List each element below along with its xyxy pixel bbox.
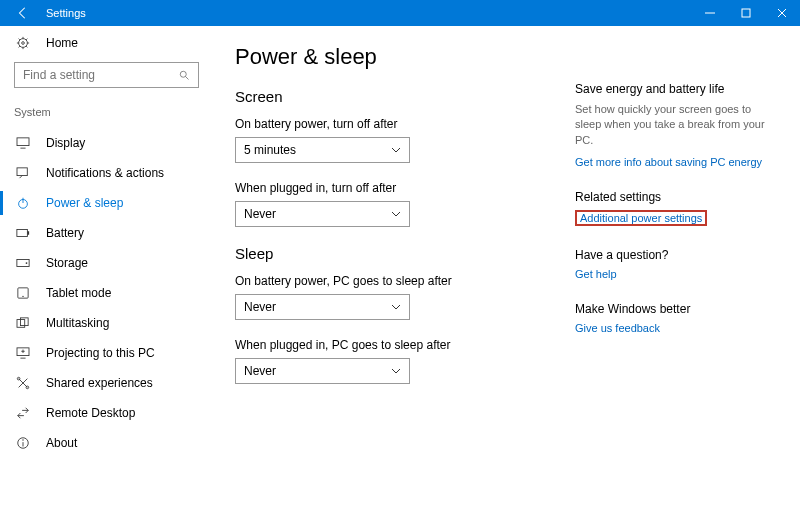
svg-point-5 [22, 42, 25, 45]
gear-icon [14, 36, 32, 50]
sidebar-item-storage[interactable]: Storage [0, 248, 191, 278]
dropdown-value: Never [244, 300, 276, 314]
screen-heading: Screen [235, 88, 575, 105]
svg-point-4 [19, 39, 28, 48]
projecting-icon [14, 347, 32, 359]
settings-area: Power & sleep Screen On battery power, t… [235, 44, 575, 502]
related-heading: Related settings [575, 190, 770, 204]
chevron-down-icon [391, 304, 401, 310]
power-icon [14, 196, 32, 210]
sidebar-item-label: Tablet mode [46, 286, 111, 300]
highlight-box: Additional power settings [575, 210, 707, 226]
svg-point-18 [22, 296, 23, 297]
svg-rect-13 [17, 230, 28, 237]
sidebar-item-label: Multitasking [46, 316, 109, 330]
svg-rect-1 [742, 9, 750, 17]
screen-battery-label: On battery power, turn off after [235, 117, 575, 131]
feedback-link[interactable]: Give us feedback [575, 322, 770, 334]
about-icon [14, 436, 32, 450]
sidebar-item-projecting[interactable]: Projecting to this PC [0, 338, 191, 368]
sidebar-item-label: Notifications & actions [46, 166, 164, 180]
window-controls [692, 0, 800, 26]
sleep-battery-label: On battery power, PC goes to sleep after [235, 274, 575, 288]
search-input[interactable] [23, 68, 178, 82]
sidebar: Home System Display Notifications & acti… [0, 26, 205, 512]
dropdown-value: Never [244, 207, 276, 221]
shared-icon [14, 376, 32, 390]
sidebar-item-label: Power & sleep [46, 196, 123, 210]
sleep-plugged-label: When plugged in, PC goes to sleep after [235, 338, 575, 352]
window-title: Settings [40, 7, 692, 19]
sidebar-item-tablet-mode[interactable]: Tablet mode [0, 278, 191, 308]
sidebar-item-about[interactable]: About [0, 428, 191, 458]
dropdown-value: Never [244, 364, 276, 378]
sleep-heading: Sleep [235, 245, 575, 262]
energy-heading: Save energy and battery life [575, 82, 770, 96]
screen-battery-dropdown[interactable]: 5 minutes [235, 137, 410, 163]
svg-rect-19 [17, 320, 25, 328]
question-heading: Have a question? [575, 248, 770, 262]
maximize-button[interactable] [728, 0, 764, 26]
svg-rect-14 [27, 231, 29, 235]
additional-power-settings-link[interactable]: Additional power settings [580, 212, 702, 224]
svg-point-26 [22, 439, 23, 440]
energy-link[interactable]: Get more info about saving PC energy [575, 156, 770, 168]
sidebar-item-power-sleep[interactable]: Power & sleep [0, 188, 191, 218]
sidebar-item-label: Remote Desktop [46, 406, 135, 420]
section-label: System [14, 106, 191, 118]
sleep-plugged-dropdown[interactable]: Never [235, 358, 410, 384]
sidebar-item-remote-desktop[interactable]: Remote Desktop [0, 398, 191, 428]
close-button[interactable] [764, 0, 800, 26]
chevron-down-icon [391, 368, 401, 374]
sidebar-item-label: Battery [46, 226, 84, 240]
sidebar-item-notifications[interactable]: Notifications & actions [0, 158, 191, 188]
svg-point-6 [180, 71, 186, 77]
sidebar-item-display[interactable]: Display [0, 128, 191, 158]
home-button[interactable]: Home [14, 36, 191, 50]
sidebar-item-label: About [46, 436, 77, 450]
sidebar-item-multitasking[interactable]: Multitasking [0, 308, 191, 338]
sidebar-item-shared-experiences[interactable]: Shared experiences [0, 368, 191, 398]
minimize-button[interactable] [692, 0, 728, 26]
screen-plugged-dropdown[interactable]: Never [235, 201, 410, 227]
sidebar-item-label: Shared experiences [46, 376, 153, 390]
energy-text: Set how quickly your screen goes to slee… [575, 102, 770, 148]
chevron-down-icon [391, 147, 401, 153]
sidebar-item-label: Display [46, 136, 85, 150]
home-label: Home [46, 36, 78, 50]
remote-desktop-icon [14, 406, 32, 420]
dropdown-value: 5 minutes [244, 143, 296, 157]
notifications-icon [14, 167, 32, 179]
tablet-icon [14, 287, 32, 299]
back-button[interactable] [6, 0, 40, 26]
svg-rect-10 [17, 168, 27, 176]
sidebar-item-label: Projecting to this PC [46, 346, 155, 360]
sidebar-item-label: Storage [46, 256, 88, 270]
better-heading: Make Windows better [575, 302, 770, 316]
sidebar-item-battery[interactable]: Battery [0, 218, 191, 248]
svg-point-16 [26, 262, 28, 264]
right-panel: Save energy and battery life Set how qui… [575, 44, 770, 502]
battery-icon [14, 228, 32, 238]
search-box[interactable] [14, 62, 199, 88]
screen-plugged-label: When plugged in, turn off after [235, 181, 575, 195]
svg-line-7 [186, 77, 189, 80]
titlebar: Settings [0, 0, 800, 26]
search-icon [178, 69, 190, 81]
multitasking-icon [14, 317, 32, 329]
display-icon [14, 137, 32, 149]
svg-rect-8 [17, 138, 29, 146]
svg-rect-20 [20, 318, 28, 326]
storage-icon [14, 258, 32, 268]
get-help-link[interactable]: Get help [575, 268, 770, 280]
page-title: Power & sleep [235, 44, 575, 70]
sleep-battery-dropdown[interactable]: Never [235, 294, 410, 320]
chevron-down-icon [391, 211, 401, 217]
